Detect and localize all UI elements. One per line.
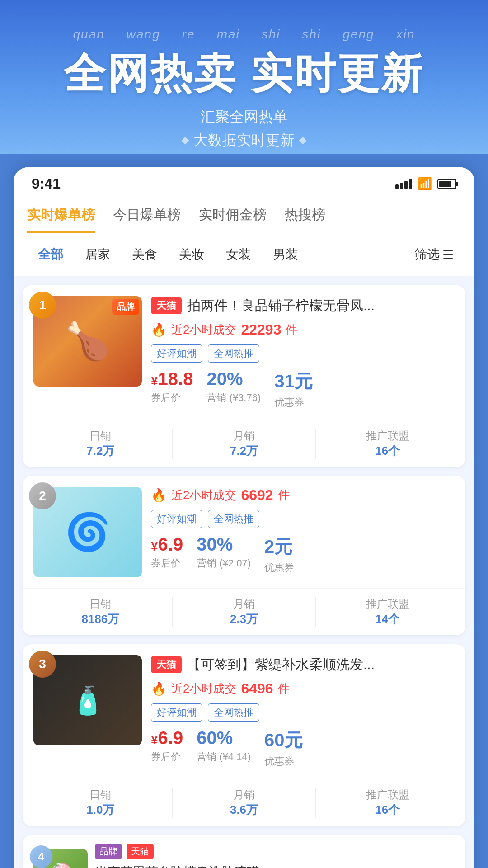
filter-button[interactable]: 筛选 ☰	[407, 242, 461, 267]
monthly-sales-1: 月销 7.2万	[177, 429, 311, 459]
price-block-1: ¥18.8 券后价	[151, 369, 193, 405]
card-info-1: 天猫 拍两件！良品铺子柠檬无骨凤... 🔥 近2小时成交 22293 件 好评如…	[151, 296, 455, 409]
product-card-3[interactable]: 3 🧴 天猫 【可签到】紫缇补水柔顺洗发... 🔥 近2小时成交 6496 件	[23, 644, 465, 826]
status-time: 9:41	[32, 175, 61, 192]
sales-count-1: 22293	[241, 321, 281, 338]
daily-sales-3: 日销 1.0万	[33, 788, 168, 818]
card-main-2: 2 🌀 🔥 近2小时成交 6692 件 好评如潮 全网热推	[23, 476, 465, 588]
platform-badge-1: 天猫	[151, 297, 182, 314]
cat-home[interactable]: 居家	[74, 242, 121, 267]
cat-women[interactable]: 女装	[215, 242, 262, 267]
tab-commission[interactable]: 实时佣金榜	[199, 206, 267, 233]
sales-unit-3: 件	[278, 681, 290, 697]
monthly-value-1: 7.2万	[230, 443, 258, 459]
sales-count-3: 6496	[241, 680, 273, 697]
pct-sub-3: 营销 (¥4.14)	[197, 750, 251, 764]
card-footer-1: 日销 7.2万 月销 7.2万 推广联盟 16个	[23, 420, 465, 467]
hero-subtitle1: 汇聚全网热单	[18, 107, 470, 127]
divider-1b	[315, 429, 316, 459]
filter-icon: ☰	[442, 247, 454, 262]
sales-hot-2: 近2小时成交	[171, 487, 236, 503]
tab-today[interactable]: 今日爆单榜	[113, 206, 181, 233]
divider-3b	[315, 788, 316, 818]
daily-value-3: 1.0万	[86, 802, 114, 818]
monthly-label-1: 月销	[233, 429, 255, 443]
tab-hot[interactable]: 热搜榜	[285, 206, 325, 233]
card-main-4: 4 🧼 品牌 天猫 半亩花田苦参除螨皂洗脸硫磺... 近2小时成交 4426 件	[23, 835, 465, 868]
hero-subtitle2: 大数据实时更新	[18, 131, 470, 151]
price-row-1: ¥18.8 券后价 20% 营销 (¥3.76) 31元 优惠券	[151, 369, 455, 409]
tag-hot-recommend-3: 全网热推	[208, 703, 259, 722]
partial-info-4: 品牌 天猫 半亩花田苦参除螨皂洗脸硫磺... 近2小时成交 4426 件	[95, 844, 455, 868]
product-list: 1 品牌 🍗 天猫 拍两件！良品铺子柠檬无骨凤... 🔥 近2小时成交 2229…	[14, 276, 474, 868]
rank-badge-3: 3	[29, 651, 56, 678]
alliance-value-1: 16个	[375, 443, 400, 459]
tabs-bar: 实时爆单榜 今日爆单榜 实时佣金榜 热搜榜	[14, 197, 474, 233]
sales-hot-1: 近2小时成交	[171, 322, 236, 338]
card-img-wrap-4: 4 🧼	[33, 849, 88, 868]
daily-sales-2: 日销 8186万	[33, 597, 168, 627]
card-footer-2: 日销 8186万 月销 2.3万 推广联盟 14个	[23, 588, 465, 635]
platform-row-3: 天猫 【可签到】紫缇补水柔顺洗发...	[151, 655, 455, 674]
product-name-4: 半亩花田苦参除螨皂洗脸硫磺...	[95, 863, 455, 868]
sales-count-2: 6692	[241, 487, 273, 504]
cat-food[interactable]: 美食	[121, 242, 168, 267]
sales-row-1: 🔥 近2小时成交 22293 件	[151, 321, 455, 338]
price-main-2: ¥6.9	[151, 534, 183, 555]
cat-men[interactable]: 男装	[262, 242, 309, 267]
hero-pinyin: quan wang re mai shi shi geng xin	[18, 27, 470, 42]
product-card-4[interactable]: 4 🧼 品牌 天猫 半亩花田苦参除螨皂洗脸硫磺... 近2小时成交 4426 件	[23, 835, 465, 868]
filter-label: 筛选	[414, 246, 440, 263]
pct-main-2: 30%	[197, 534, 251, 555]
wifi-icon: 📶	[418, 177, 432, 191]
tab-realtime[interactable]: 实时爆单榜	[27, 206, 95, 233]
sales-hot-3: 近2小时成交	[171, 681, 236, 697]
hero-subtitle2-text: 大数据实时更新	[193, 131, 295, 151]
diamond-icon-right	[299, 137, 307, 145]
price-row-2: ¥6.9 券后价 30% 营销 (¥2.07) 2元 优惠券	[151, 534, 455, 575]
alliance-2: 推广联盟 14个	[320, 597, 455, 627]
signal-icon	[395, 179, 412, 189]
card-main-1: 1 品牌 🍗 天猫 拍两件！良品铺子柠檬无骨凤... 🔥 近2小时成交 2229…	[23, 285, 465, 420]
category-bar: 全部 居家 美食 美妆 女装 男装 筛选 ☰	[14, 233, 474, 276]
partial-tags-4: 品牌 天猫	[95, 844, 455, 859]
brand-badge-4: 品牌	[95, 844, 122, 859]
coupon-sub-1: 优惠券	[274, 396, 313, 409]
price-row-3: ¥6.9 券后价 60% 营销 (¥4.14) 60元 优惠券	[151, 728, 455, 768]
card-img-wrap-3: 3 🧴	[33, 655, 142, 768]
sales-unit-1: 件	[286, 322, 297, 338]
tag-good-review-2: 好评如潮	[151, 510, 202, 528]
coupon-block-3: 60元 优惠券	[264, 728, 303, 768]
alliance-value-2: 14个	[375, 611, 400, 627]
alliance-label-2: 推广联盟	[366, 597, 409, 611]
daily-sales-1: 日销 7.2万	[33, 429, 168, 459]
divider-1a	[172, 429, 173, 459]
product-card-2[interactable]: 2 🌀 🔥 近2小时成交 6692 件 好评如潮 全网热推	[23, 476, 465, 635]
fire-icon-2: 🔥	[151, 488, 167, 503]
pct-main-1: 20%	[206, 369, 261, 389]
product-card-1[interactable]: 1 品牌 🍗 天猫 拍两件！良品铺子柠檬无骨凤... 🔥 近2小时成交 2229…	[23, 285, 465, 467]
tag-row-1: 好评如潮 全网热推	[151, 344, 455, 363]
price-block-2: ¥6.9 券后价	[151, 534, 183, 570]
divider-3a	[172, 788, 173, 818]
card-info-2: 🔥 近2小时成交 6692 件 好评如潮 全网热推 ¥6.9 券后价	[151, 487, 455, 577]
pct-main-3: 60%	[197, 728, 251, 748]
product-name-1: 拍两件！良品铺子柠檬无骨凤...	[187, 296, 375, 315]
cat-all[interactable]: 全部	[27, 242, 74, 267]
pct-sub-1: 营销 (¥3.76)	[206, 391, 261, 405]
sales-row-3: 🔥 近2小时成交 6496 件	[151, 680, 455, 697]
coupon-main-1: 31元	[274, 369, 313, 394]
alliance-value-3: 16个	[375, 802, 400, 818]
platform-badge-3: 天猫	[151, 656, 182, 673]
pct-block-3: 60% 营销 (¥4.14)	[197, 728, 251, 764]
card-info-3: 天猫 【可签到】紫缇补水柔顺洗发... 🔥 近2小时成交 6496 件 好评如潮…	[151, 655, 455, 768]
monthly-label-3: 月销	[233, 788, 255, 802]
divider-2b	[315, 597, 316, 627]
status-bar: 9:41 📶	[14, 167, 474, 197]
status-icons: 📶	[395, 177, 456, 191]
platform-row-1: 天猫 拍两件！良品铺子柠檬无骨凤...	[151, 296, 455, 315]
cat-beauty[interactable]: 美妆	[168, 242, 215, 267]
card-img-wrap-1: 1 品牌 🍗	[33, 296, 142, 409]
tag-hot-recommend-1: 全网热推	[208, 344, 259, 363]
rank-badge-4: 4	[30, 845, 52, 868]
